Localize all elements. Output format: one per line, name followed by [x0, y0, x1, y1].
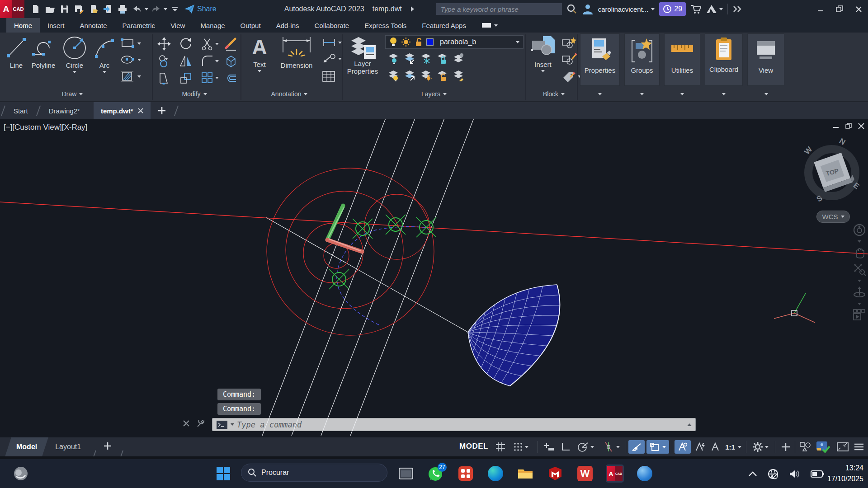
navwheel-dropdown-icon[interactable]: [858, 240, 861, 243]
annotation-panel-label[interactable]: Annotation: [258, 89, 321, 99]
model-tab[interactable]: Model: [5, 437, 48, 456]
save-button[interactable]: [58, 2, 71, 16]
undo-button[interactable]: [130, 2, 144, 16]
leader-tool[interactable]: [322, 53, 342, 64]
open-file-button[interactable]: [43, 2, 57, 16]
viewcube-north[interactable]: N: [838, 136, 847, 147]
taskbar-clock[interactable]: 13:24 17/10/2025: [827, 463, 863, 484]
status-plus-button[interactable]: [778, 440, 794, 454]
share-button[interactable]: [183, 2, 196, 16]
workspace-dropdown-icon[interactable]: [765, 446, 769, 448]
clipboard-panel[interactable]: Clipboard: [705, 33, 743, 86]
file-explorer-icon[interactable]: [516, 465, 534, 483]
hatch-tool[interactable]: [120, 70, 141, 82]
tab-view[interactable]: View: [163, 18, 193, 33]
layer-unlock-icon[interactable]: [415, 37, 423, 47]
clipboard-panel-expand[interactable]: [708, 89, 740, 99]
drawing-viewport[interactable]: [−][Custom View][X-Ray] N W E S TOP WCS: [0, 119, 868, 437]
open-from-mobile-button[interactable]: [87, 2, 100, 16]
search-icon[interactable]: [566, 4, 577, 14]
viewport-close-icon[interactable]: [858, 123, 864, 129]
circle-tool[interactable]: Circle: [61, 34, 89, 73]
polar-dropdown-icon[interactable]: [590, 446, 594, 448]
window-app-icon[interactable]: [397, 465, 415, 483]
show-motion-icon[interactable]: [853, 309, 866, 322]
blue-globe-app-icon[interactable]: [636, 465, 654, 483]
command-customize-wrench-icon[interactable]: [196, 420, 204, 428]
file-tab-start[interactable]: Start: [6, 102, 35, 119]
move-tool[interactable]: [157, 37, 171, 51]
grid-toggle[interactable]: [493, 440, 508, 454]
wcs-selector[interactable]: WCS: [816, 211, 850, 223]
rectangle-tool[interactable]: [120, 38, 141, 49]
orbit-dropdown-icon[interactable]: [858, 303, 861, 305]
layer-row-tools[interactable]: [388, 70, 465, 81]
annotation-scale-dropdown-icon[interactable]: [738, 446, 741, 448]
draw-panel-label[interactable]: Draw: [45, 89, 99, 99]
command-recent-dropdown-icon[interactable]: [231, 423, 234, 426]
user-avatar-icon[interactable]: [582, 3, 594, 15]
circle-dropdown-icon[interactable]: [73, 71, 76, 73]
full-navigation-wheel-icon[interactable]: [853, 223, 866, 237]
tab-home[interactable]: Home: [6, 18, 40, 33]
command-expand-icon[interactable]: [687, 423, 692, 426]
undo-dropdown-icon[interactable]: [145, 8, 148, 10]
minimize-button[interactable]: [811, 2, 830, 16]
scale-tool[interactable]: [179, 71, 193, 85]
auto-scale-toggle[interactable]: [693, 440, 708, 454]
no-internet-globe-icon[interactable]: [767, 468, 779, 480]
orbit-icon[interactable]: [853, 286, 866, 299]
dimension-tool[interactable]: Dimension: [275, 34, 318, 69]
redo-dropdown-icon[interactable]: [164, 8, 167, 10]
file-tab-drawing2[interactable]: Drawing2*: [42, 102, 87, 119]
qat-customize-button[interactable]: [168, 2, 182, 16]
red-grid-app-icon[interactable]: [457, 465, 475, 483]
snap-dropdown-icon[interactable]: [525, 446, 528, 448]
start-button[interactable]: [216, 466, 231, 481]
command-input[interactable]: [237, 420, 684, 429]
create-block-tool[interactable]: [561, 36, 577, 50]
w-app-icon[interactable]: W: [576, 465, 594, 483]
command-line[interactable]: [212, 418, 696, 431]
object-snap-toggle[interactable]: [646, 440, 669, 454]
offset-tool[interactable]: [224, 71, 238, 84]
utilities-panel[interactable]: Utilities: [664, 33, 700, 86]
notification-badge[interactable]: 29: [659, 2, 686, 16]
new-layout-button[interactable]: [99, 442, 116, 452]
zoom-icon[interactable]: [853, 263, 866, 276]
ribbon-display-button[interactable]: [474, 18, 505, 33]
signed-in-user[interactable]: carolinacvicent...: [598, 5, 655, 13]
new-file-button[interactable]: [29, 2, 42, 16]
text-dropdown-icon[interactable]: [258, 70, 261, 72]
stretch-tool[interactable]: [157, 71, 171, 85]
arc-tool[interactable]: Arc: [92, 34, 117, 73]
properties-panel[interactable]: Properties: [580, 33, 620, 86]
polyline-tool[interactable]: Polyline: [29, 34, 58, 69]
pan-hand-icon[interactable]: [853, 246, 866, 259]
fillet-tool[interactable]: [201, 54, 219, 68]
tab-output[interactable]: Output: [233, 18, 269, 33]
save-as-button[interactable]: [72, 2, 86, 16]
object-snap-tracking-toggle[interactable]: [628, 440, 645, 454]
autocad-logo[interactable]: A CAD: [0, 0, 24, 18]
mcafee-icon[interactable]: [546, 465, 564, 483]
annotation-scale-button[interactable]: [709, 440, 722, 454]
widget-icon[interactable]: [13, 465, 29, 482]
zoom-dropdown-icon[interactable]: [858, 280, 861, 282]
properties-panel-expand[interactable]: [584, 89, 616, 99]
isodraft-dropdown-icon[interactable]: [616, 446, 620, 448]
workspace-switching-button[interactable]: [749, 440, 772, 454]
insert-block-button[interactable]: Insert: [528, 34, 558, 72]
text-tool[interactable]: A Text: [247, 34, 272, 72]
drawing-canvas[interactable]: [0, 119, 868, 437]
erase-tool[interactable]: [224, 37, 238, 51]
copy-tool[interactable]: [157, 54, 171, 68]
groups-panel-expand[interactable]: [626, 89, 658, 99]
restore-button[interactable]: [830, 2, 849, 16]
autocad-taskbar-icon[interactable]: A CAD: [606, 465, 624, 483]
table-tool[interactable]: [322, 70, 335, 82]
view-panel[interactable]: View: [747, 33, 784, 86]
file-tab-temp-dwt[interactable]: temp.dwt*: [94, 102, 151, 119]
battery-icon[interactable]: [811, 470, 824, 478]
autodesk-account-button[interactable]: [706, 4, 723, 14]
